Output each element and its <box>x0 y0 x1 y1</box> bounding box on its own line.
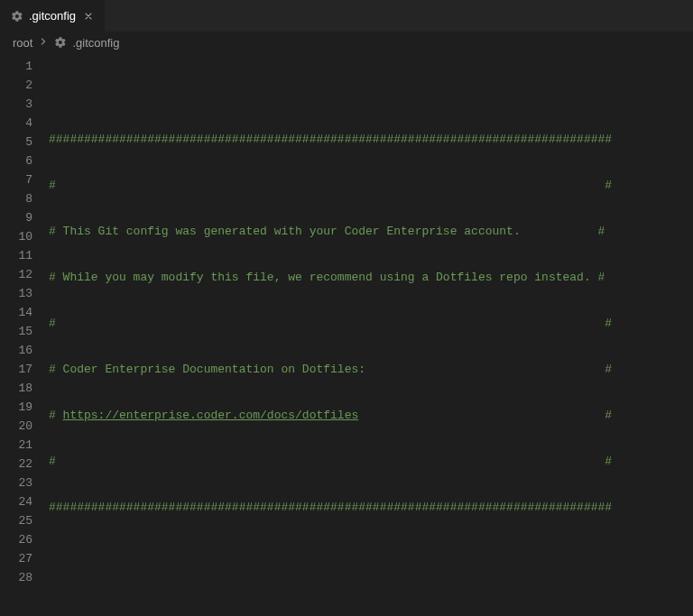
comment-line: # While you may modify this file, we rec… <box>49 271 605 284</box>
comment-rule: ########################################… <box>49 133 612 146</box>
comment-empty: # # <box>49 455 612 468</box>
tab-bar: .gitconfig <box>0 0 693 32</box>
comment-line: # Coder Enterprise Documentation on Dotf… <box>49 363 612 376</box>
comment-empty: # # <box>49 317 612 330</box>
editor[interactable]: 1 2 3 4 5 6 7 8 9 10 11 12 13 14 15 16 1… <box>0 53 693 616</box>
comment-empty: # # <box>49 179 612 192</box>
comment-rule: ########################################… <box>49 501 612 514</box>
settings-icon <box>11 10 23 23</box>
comment-line: # <box>49 409 63 422</box>
code-area[interactable]: ########################################… <box>49 53 693 616</box>
line-number-gutter: 1 2 3 4 5 6 7 8 9 10 11 12 13 14 15 16 1… <box>0 53 49 616</box>
settings-icon <box>54 36 67 49</box>
breadcrumb-root[interactable]: root <box>13 36 32 50</box>
close-icon[interactable] <box>81 9 96 23</box>
chevron-right-icon <box>38 36 49 50</box>
tab-label: .gitconfig <box>29 9 76 23</box>
breadcrumb[interactable]: root .gitconfig <box>0 32 693 53</box>
comment-line: # This Git config was generated with you… <box>49 225 605 238</box>
doc-link[interactable]: https://enterprise.coder.com/docs/dotfil… <box>63 409 359 422</box>
tab-gitconfig[interactable]: .gitconfig <box>0 0 106 32</box>
breadcrumb-file[interactable]: .gitconfig <box>72 36 119 50</box>
